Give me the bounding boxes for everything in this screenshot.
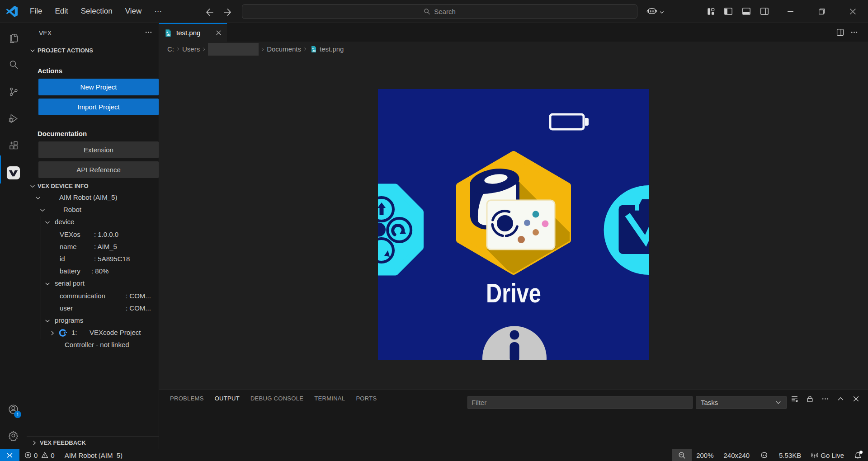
tab-problems[interactable]: PROBLEMS bbox=[165, 390, 209, 407]
zoom-level[interactable]: 200% bbox=[696, 452, 713, 459]
status-right: 200% 240x240 5.53KB Go Live bbox=[672, 449, 862, 461]
error-count: 0 bbox=[34, 452, 38, 459]
explorer-icon[interactable] bbox=[0, 26, 27, 50]
tree-value: : 1.0.0.0 bbox=[94, 230, 118, 238]
breadcrumb-username-redacted[interactable] bbox=[208, 43, 259, 56]
tree-item-battery[interactable]: battery : 80% bbox=[27, 265, 159, 278]
import-project-button[interactable]: Import Project bbox=[38, 99, 159, 115]
command-center-search[interactable]: Search bbox=[242, 4, 637, 19]
tree-label: serial port bbox=[55, 279, 85, 287]
tree-label: battery bbox=[60, 267, 80, 275]
tab-debug-console[interactable]: DEBUG CONSOLE bbox=[245, 390, 309, 407]
image-dimensions[interactable]: 240x240 bbox=[724, 452, 750, 459]
image-file-size[interactable]: 5.53KB bbox=[779, 452, 801, 459]
editor-more-actions-icon[interactable] bbox=[850, 28, 858, 36]
tree-item-device[interactable]: device bbox=[27, 216, 159, 228]
tree-item-serial-port[interactable]: serial port bbox=[27, 278, 159, 290]
tab-test-png[interactable]: test.png bbox=[159, 23, 227, 42]
lock-panel-icon[interactable] bbox=[806, 395, 814, 403]
search-placeholder: Search bbox=[434, 8, 456, 15]
search-view-icon[interactable] bbox=[0, 53, 27, 76]
warning-count: 0 bbox=[51, 452, 54, 459]
split-editor-icon[interactable] bbox=[836, 28, 844, 36]
remote-indicator[interactable] bbox=[0, 449, 19, 461]
output-channel-select[interactable]: Tasks bbox=[696, 396, 787, 409]
panel-more-actions-icon[interactable] bbox=[821, 395, 829, 403]
menu-edit[interactable]: Edit bbox=[48, 4, 74, 19]
clear-output-icon[interactable] bbox=[791, 395, 798, 403]
device-status[interactable]: AIM Robot (AIM_5) bbox=[65, 452, 123, 459]
section-label: VEX FEEDBACK bbox=[40, 439, 86, 446]
vscode-logo-icon bbox=[6, 6, 18, 17]
copilot-status-icon[interactable] bbox=[760, 451, 769, 460]
tree-item-program-1[interactable]: 1: VEXcode Project bbox=[27, 327, 159, 339]
tree-item-communication[interactable]: communication : COM... bbox=[27, 290, 159, 302]
accounts-badge: 1 bbox=[14, 411, 21, 418]
output-channel-label: Tasks bbox=[701, 399, 718, 406]
api-reference-button[interactable]: API Reference bbox=[38, 161, 159, 178]
close-window-icon[interactable] bbox=[842, 0, 863, 23]
menu-selection[interactable]: Selection bbox=[75, 4, 119, 19]
go-forward-icon[interactable] bbox=[221, 6, 233, 18]
tree-item-user[interactable]: user : COM... bbox=[27, 302, 159, 315]
tree-item-id[interactable]: id : 5A895C18 bbox=[27, 253, 159, 265]
notifications-bell-icon[interactable] bbox=[854, 452, 862, 459]
tab-output[interactable]: OUTPUT bbox=[209, 390, 245, 407]
vex-extension-icon[interactable] bbox=[0, 161, 27, 184]
restore-icon[interactable] bbox=[811, 0, 832, 23]
new-project-button[interactable]: New Project bbox=[38, 79, 159, 95]
vscode-window: File Edit Selection View ··· Search bbox=[0, 0, 868, 461]
tree-item-controller[interactable]: Controller - not linked bbox=[27, 339, 159, 351]
source-control-icon[interactable] bbox=[0, 80, 27, 103]
settings-gear-icon[interactable] bbox=[0, 423, 27, 447]
section-label: VEX DEVICE INFO bbox=[38, 183, 89, 189]
image-preview[interactable]: Drive bbox=[159, 56, 868, 390]
accounts-icon[interactable]: 1 bbox=[0, 397, 27, 421]
breadcrumb-drive[interactable]: C: bbox=[167, 45, 174, 53]
breadcrumb-documents[interactable]: Documents bbox=[267, 45, 301, 53]
tree-item-aim-robot[interactable]: AIM Robot (AIM_5) bbox=[27, 192, 159, 204]
toggle-primary-sidebar-icon[interactable] bbox=[722, 0, 735, 23]
menu-file[interactable]: File bbox=[24, 4, 48, 19]
problems-status[interactable]: 0 0 bbox=[24, 452, 55, 459]
go-back-icon[interactable] bbox=[203, 6, 216, 18]
sidebar-title-bar: VEX bbox=[27, 23, 159, 43]
menu-more[interactable]: ··· bbox=[148, 4, 168, 19]
image-file-icon bbox=[164, 29, 172, 37]
documentation-heading: Documentation bbox=[38, 130, 87, 137]
image-file-icon bbox=[310, 46, 317, 53]
chevron-right-icon bbox=[31, 439, 38, 447]
tab-label: test.png bbox=[176, 29, 200, 37]
run-debug-icon[interactable] bbox=[0, 107, 27, 130]
sidebar-more-icon[interactable] bbox=[145, 28, 152, 36]
tree-item-programs[interactable]: programs bbox=[27, 315, 159, 327]
toggle-panel-icon[interactable] bbox=[740, 0, 753, 23]
extension-docs-button[interactable]: Extension bbox=[38, 141, 159, 158]
minimize-icon[interactable] bbox=[780, 0, 801, 23]
section-vex-device-info[interactable]: VEX DEVICE INFO bbox=[27, 179, 159, 193]
section-vex-feedback[interactable]: VEX FEEDBACK bbox=[27, 436, 159, 449]
go-live-button[interactable]: Go Live bbox=[811, 452, 844, 459]
close-tab-icon[interactable] bbox=[215, 29, 222, 36]
customize-layout-icon[interactable] bbox=[704, 0, 717, 23]
output-filter-input[interactable] bbox=[467, 396, 693, 409]
maximize-panel-icon[interactable] bbox=[837, 395, 844, 403]
tree-item-robot[interactable]: Robot bbox=[27, 204, 159, 216]
copilot-icon[interactable] bbox=[644, 0, 666, 23]
vex-sidebar: VEX PROJECT ACTIONS Actions New Project … bbox=[27, 23, 159, 449]
zoom-out-icon[interactable] bbox=[672, 449, 692, 461]
breadcrumb-file[interactable]: test.png bbox=[320, 45, 344, 53]
close-panel-icon[interactable] bbox=[852, 395, 860, 403]
tree-item-name[interactable]: name : AIM_5 bbox=[27, 241, 159, 253]
extensions-icon[interactable] bbox=[0, 134, 27, 157]
menu-view[interactable]: View bbox=[119, 4, 148, 19]
tree-value: : COM... bbox=[126, 292, 151, 300]
section-project-actions[interactable]: PROJECT ACTIONS bbox=[27, 43, 159, 57]
editor-actions bbox=[836, 23, 868, 42]
breadcrumb-users[interactable]: Users bbox=[182, 45, 200, 53]
tree-item-vexos[interactable]: VEXos : 1.0.0.0 bbox=[27, 229, 159, 241]
tab-terminal[interactable]: TERMINAL bbox=[309, 390, 350, 407]
toggle-secondary-sidebar-icon[interactable] bbox=[758, 0, 771, 23]
chevron-right-icon bbox=[260, 47, 265, 52]
tab-ports[interactable]: PORTS bbox=[350, 390, 382, 407]
